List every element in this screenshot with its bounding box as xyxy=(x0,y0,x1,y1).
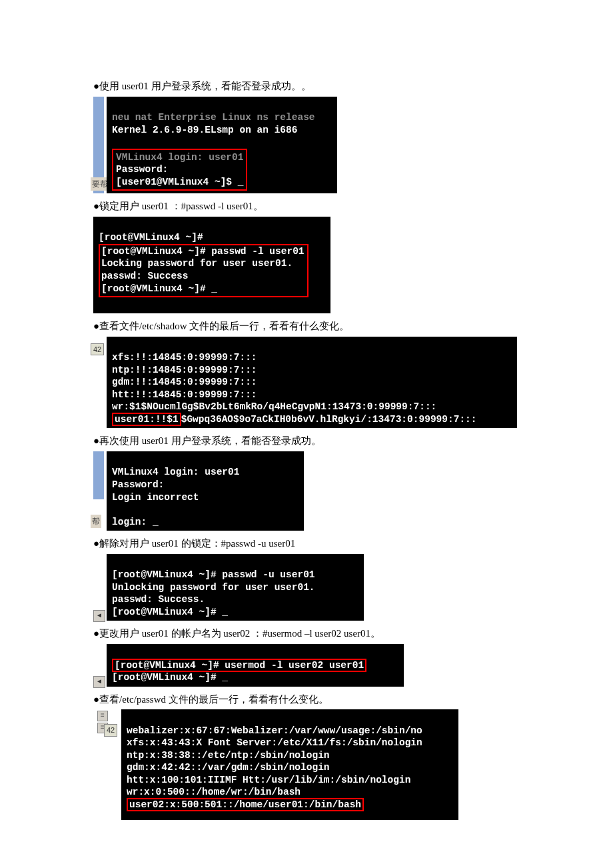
term-line: [root@VMLinux4 ~]# _ xyxy=(112,607,228,617)
term-line: Password: xyxy=(116,164,168,175)
terminal-wrap-5: [root@VMLinux4 ~]# passwd -u user01 Unlo… xyxy=(107,554,520,621)
term-line: [root@VMLinux4 ~]# passwd -l user01 xyxy=(101,246,305,257)
scroll-left-icon: ◄ xyxy=(93,676,105,688)
term-line: htt:!!:14845:0:99999:7::: xyxy=(112,389,257,400)
term-line: neu nat Enterprise Linux ns release xyxy=(112,112,315,123)
terminal-wrap-3: 42 xfs:!!:14845:0:99999:7::: ntp:!!:1484… xyxy=(107,337,520,429)
terminal-6: [root@VMLinux4 ~]# usermod -l user02 use… xyxy=(107,644,404,687)
instruction-step3: ●查看文件/etc/shadow 文件的最后一行，看看有什么变化。 xyxy=(93,319,520,334)
sidebar-label-4: 帮 xyxy=(91,515,101,528)
terminal-wrap-1: 要帮 neu nat Enterprise Linux ns release K… xyxy=(107,97,520,194)
instruction-step5: ●解除对用户 user01 的锁定：#passwd -u user01 xyxy=(93,536,520,551)
terminal-7: webalizer:x:67:67:Webalizer:/var/www/usa… xyxy=(121,709,458,820)
instruction-step6: ●更改用户 user01 的帐户名为 user02 ：#usermod –l u… xyxy=(93,626,520,641)
term-line: Locking password for user user01. xyxy=(101,258,293,269)
terminal-1: neu nat Enterprise Linux ns release Kern… xyxy=(107,97,337,194)
term-line: webalizer:x:67:67:Webalizer:/var/www/usa… xyxy=(127,725,422,736)
term-line: Unlocking password for user user01. xyxy=(112,582,315,593)
highlight-box: user02:x:500:501::/home/user01:/bin/bash xyxy=(127,798,364,811)
term-line: $Gwpq36AO$9o7aCkIH0b6vV.hlRgkyi/:13473:0… xyxy=(181,414,477,425)
highlight-box: [root@VMLinux4 ~]# usermod -l user02 use… xyxy=(112,659,366,672)
term-line: xfs:!!:14845:0:99999:7::: xyxy=(112,352,257,363)
indent-icon: ≡ xyxy=(97,711,108,721)
sidebar-linenum: 42 xyxy=(104,724,117,737)
term-line: gdm:!!:14845:0:99999:7::: xyxy=(112,377,257,387)
term-line: login: _ xyxy=(112,517,159,527)
term-line: [root@VMLinux4 ~]# _ xyxy=(101,283,217,294)
term-line: Kernel 2.6.9-89.ELsmp on an i686 xyxy=(112,125,297,135)
instruction-step1: ●使用 user01 用户登录系统，看能否登录成功。。 xyxy=(93,79,520,94)
highlight-box: user01:!!$1 xyxy=(112,413,181,426)
term-line: wr:$1$NOucmlGg$Bv2bLt6mkRo/q4HeCgvpN1:13… xyxy=(112,401,436,412)
terminal-3: xfs:!!:14845:0:99999:7::: ntp:!!:14845:0… xyxy=(107,337,517,429)
term-line: [root@VMLinux4 ~]# passwd -u user01 xyxy=(112,569,315,580)
instruction-step7: ●查看/etc/passwd 文件的最后一行，看看有什么变化。 xyxy=(93,692,520,707)
document-page: ●使用 user01 用户登录系统，看能否登录成功。。 要帮 neu nat E… xyxy=(0,0,613,864)
terminal-wrap-4: 帮 VMLinux4 login: user01 Password: Login… xyxy=(107,451,520,531)
terminal-2: [root@VMLinux4 ~]# [root@VMLinux4 ~]# pa… xyxy=(93,217,330,313)
term-line: passwd: Success. xyxy=(112,594,205,605)
terminal-wrap-7: ≡ ≡ 42 webalizer:x:67:67:Webalizer:/var/… xyxy=(121,709,520,820)
sidebar-decoration xyxy=(93,451,104,499)
term-line: gdm:x:42:42::/var/gdm:/sbin/nologin xyxy=(127,762,330,773)
term-line: htt:x:100:101:IIIMF Htt:/usr/lib/im:/sbi… xyxy=(127,775,410,785)
term-line: VMLinux4 login: user01 xyxy=(116,152,243,163)
instruction-step4: ●再次使用 user01 用户登录系统，看能否登录成功。 xyxy=(93,433,520,449)
term-line: xfs:x:43:43:X Font Server:/etc/X11/fs:/s… xyxy=(127,737,422,748)
term-line: ntp:!!:14845:0:99999:7::: xyxy=(112,365,257,375)
term-line: passwd: Success xyxy=(101,271,189,281)
terminal-4: VMLinux4 login: user01 Password: Login i… xyxy=(107,451,304,531)
terminal-wrap-6: [root@VMLinux4 ~]# usermod -l user02 use… xyxy=(107,644,520,687)
term-line: Login incorrect xyxy=(112,492,199,503)
term-line: Password: xyxy=(112,479,164,490)
term-line: ntp:x:38:38::/etc/ntp:/sbin/nologin xyxy=(127,750,330,761)
scroll-left-icon: ◄ xyxy=(93,610,105,622)
terminal-5: [root@VMLinux4 ~]# passwd -u user01 Unlo… xyxy=(107,554,364,621)
term-line: [root@VMLinux4 ~]# xyxy=(99,232,203,243)
term-line: [root@VMLinux4 ~]# _ xyxy=(112,672,228,683)
term-line: VMLinux4 login: user01 xyxy=(112,467,239,477)
term-line: wr:x:0:500::/home/wr:/bin/bash xyxy=(127,787,301,797)
term-line: [user01@VMLinux4 ~]$ _ xyxy=(116,177,243,187)
sidebar-linenum: 42 xyxy=(91,343,104,356)
instruction-step2: ●锁定用户 user01 ：#passwd -l user01。 xyxy=(93,199,520,214)
